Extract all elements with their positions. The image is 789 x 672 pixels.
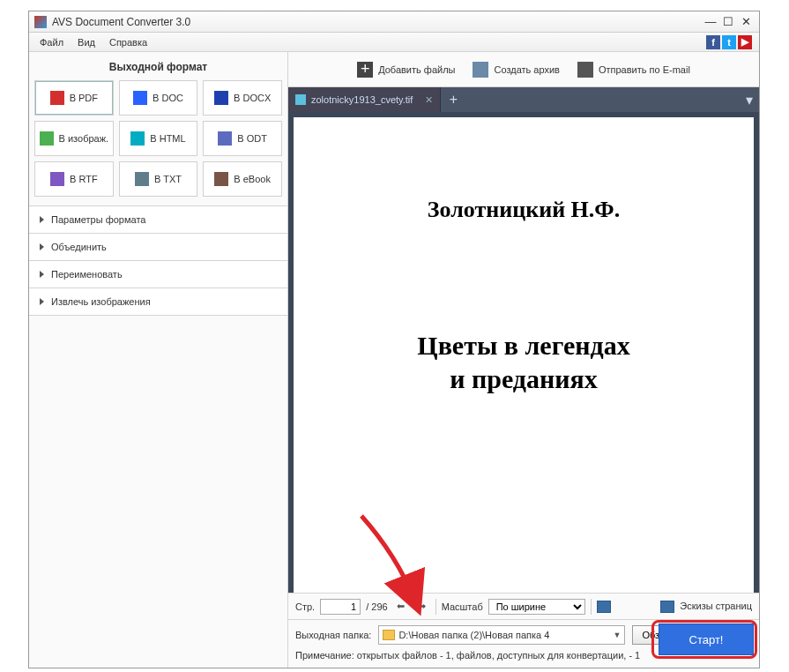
mail-icon: [577, 62, 593, 78]
app-body: Выходной формат В PDF В DOC В DOCX В изо…: [29, 52, 759, 668]
app-window: AVS Document Converter 3.0 — ☐ ✕ Файл Ви…: [28, 11, 760, 668]
output-label: Выходная папка:: [295, 630, 371, 640]
sidebar-title: Выходной формат: [29, 52, 287, 80]
next-page-button[interactable]: ➡: [414, 599, 430, 615]
minimize-button[interactable]: —: [703, 15, 718, 29]
pdf-icon: [50, 91, 64, 105]
tab-label: zolotnicky1913_cvety.tif: [311, 94, 413, 105]
sidebar: Выходной формат В PDF В DOC В DOCX В изо…: [29, 52, 288, 668]
divider: [435, 599, 436, 615]
accordion-merge[interactable]: Объединить: [29, 233, 287, 260]
twitter-icon[interactable]: t: [722, 35, 736, 49]
page-total: / 296: [366, 601, 387, 612]
txt-icon: [135, 172, 149, 186]
doc-icon: [133, 91, 147, 105]
accordion-format-params[interactable]: Параметры формата: [29, 205, 287, 233]
format-image[interactable]: В изображ.: [34, 121, 114, 156]
tabbar: zolotnicky1913_cvety.tif ✕ + ▾: [288, 87, 759, 112]
start-button[interactable]: Старт!: [659, 623, 754, 655]
file-icon: [295, 94, 306, 105]
app-icon: [34, 16, 47, 28]
page-label: Стр.: [295, 601, 315, 612]
facebook-icon[interactable]: f: [706, 35, 720, 49]
titlebar: AVS Document Converter 3.0 — ☐ ✕: [29, 11, 759, 33]
accordion-extract-images[interactable]: Извлечь изображения: [29, 287, 287, 316]
menu-file[interactable]: Файл: [33, 35, 71, 49]
format-rtf[interactable]: В RTF: [34, 161, 114, 197]
menubar: Файл Вид Справка f t ▶: [29, 33, 759, 52]
document-author: Золотницкий Н.Ф.: [428, 197, 620, 223]
chevron-right-icon: [40, 243, 44, 250]
pager-bar: Стр. / 296 ⬅ ➡ Масштаб По ширине Эскизы …: [288, 593, 759, 619]
prev-page-button[interactable]: ⬅: [393, 599, 409, 615]
toolbar: +Добавить файлы Создать архив Отправить …: [288, 52, 759, 87]
main-area: +Добавить файлы Создать архив Отправить …: [288, 52, 759, 668]
thumbnails-icon[interactable]: [660, 601, 674, 613]
close-button[interactable]: ✕: [738, 15, 754, 29]
maximize-button[interactable]: ☐: [720, 15, 736, 29]
zoom-select[interactable]: По ширине: [488, 599, 585, 615]
format-doc[interactable]: В DOC: [119, 80, 198, 116]
page-input[interactable]: [320, 599, 361, 615]
output-path: D:\Новая папка (2)\Новая папка 4: [398, 630, 609, 640]
document-tab[interactable]: zolotnicky1913_cvety.tif ✕: [288, 87, 441, 112]
format-txt[interactable]: В TXT: [119, 161, 198, 197]
accordion-rename[interactable]: Переименовать: [29, 260, 287, 287]
document-page: Золотницкий Н.Ф. Цветы в легендах и пред…: [294, 117, 754, 593]
preview-area: Золотницкий Н.Ф. Цветы в легендах и пред…: [288, 112, 759, 593]
create-archive-button[interactable]: Создать архив: [473, 62, 559, 78]
format-pdf[interactable]: В PDF: [34, 80, 114, 116]
ebook-icon: [214, 172, 228, 186]
tab-close-icon[interactable]: ✕: [425, 94, 433, 106]
add-tab-button[interactable]: +: [441, 87, 465, 112]
chevron-down-icon[interactable]: ▼: [613, 631, 621, 639]
document-title: Цветы в легендах и преданиях: [417, 329, 629, 395]
format-docx[interactable]: В DOCX: [203, 80, 282, 116]
format-grid: В PDF В DOC В DOCX В изображ. В HTML В O…: [29, 80, 287, 205]
plus-icon: +: [357, 62, 373, 78]
menu-help[interactable]: Справка: [102, 35, 154, 49]
format-html[interactable]: В HTML: [119, 121, 198, 156]
chevron-right-icon: [40, 298, 44, 305]
html-icon: [130, 131, 145, 146]
tab-menu-button[interactable]: ▾: [740, 87, 759, 112]
folder-icon: [383, 630, 395, 640]
thumbnails-label: Эскизы страниц: [680, 601, 752, 611]
output-row: Выходная папка: D:\Новая папка (2)\Новая…: [288, 619, 759, 646]
divider: [591, 599, 592, 615]
zoom-label: Масштаб: [442, 601, 483, 612]
archive-icon: [473, 62, 488, 78]
send-email-button[interactable]: Отправить по E-mail: [577, 62, 690, 78]
format-odt[interactable]: В ODT: [203, 121, 282, 156]
output-path-field[interactable]: D:\Новая папка (2)\Новая папка 4 ▼: [378, 625, 625, 645]
format-ebook[interactable]: В eBook: [203, 161, 282, 197]
print-icon[interactable]: [597, 601, 611, 613]
docx-icon: [214, 91, 228, 105]
youtube-icon[interactable]: ▶: [738, 35, 752, 49]
image-icon: [40, 131, 54, 146]
menu-view[interactable]: Вид: [71, 35, 102, 49]
chevron-right-icon: [40, 271, 44, 278]
chevron-right-icon: [40, 216, 44, 223]
add-files-button[interactable]: +Добавить файлы: [357, 62, 455, 78]
rtf-icon: [50, 172, 64, 186]
odt-icon: [218, 131, 232, 146]
window-title: AVS Document Converter 3.0: [52, 16, 701, 28]
